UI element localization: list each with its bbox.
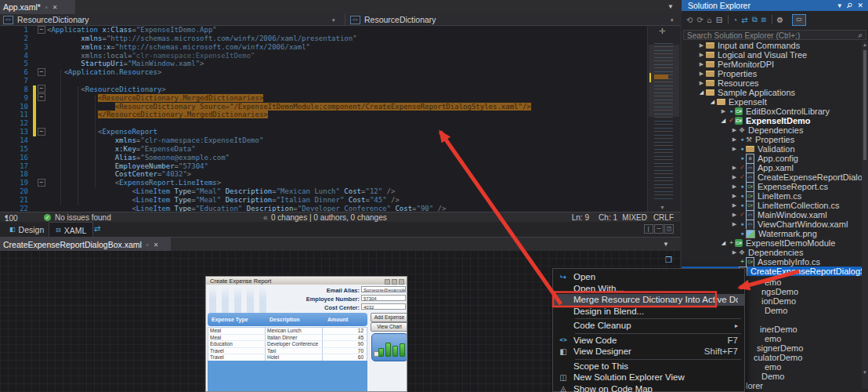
- collapse-all-icon[interactable]: ⊟: [716, 16, 722, 24]
- tree-item-mainwindow-xaml[interactable]: ▶✓<>MainWindow.xaml: [682, 210, 862, 220]
- tree-item-permonitordpi[interactable]: ▶PerMonitorDPI: [682, 60, 862, 69]
- expense-table-row[interactable]: MealMexican Lunch12: [208, 328, 367, 335]
- expense-table-body[interactable]: MealMexican Lunch12MealItalian Dinner45E…: [208, 327, 367, 362]
- expander-icon[interactable]: ▶: [697, 41, 706, 50]
- add-expense-button[interactable]: Add Expense: [371, 313, 407, 322]
- column-indicator[interactable]: Ch: 1: [599, 213, 617, 222]
- expander-icon[interactable]: ◢: [719, 238, 728, 248]
- tab-create-expense-report-dialog[interactable]: CreateExpenseReportDialogBox.xaml ▫ ✕: [0, 238, 171, 252]
- code-line[interactable]: 3 xmlns:x="http://schemas.microsoft.com/…: [0, 43, 647, 52]
- pin-icon[interactable]: ▫: [45, 4, 48, 11]
- expander-icon[interactable]: ▶: [697, 50, 706, 60]
- table-column-header[interactable]: Description: [266, 317, 324, 322]
- code-line[interactable]: 4 xmlns:local="clr-namespace:ExpenseItDe…: [0, 52, 647, 60]
- window-position-chevron-icon[interactable]: ▾: [837, 2, 841, 9]
- show-all-files-icon[interactable]: ⧈: [761, 15, 766, 24]
- dialog-titlebar[interactable]: Create Expense Report: [206, 277, 407, 285]
- code-line[interactable]: 9− <ResourceDictionary.MergedDictionarie…: [0, 94, 647, 103]
- tree-item-lineitem-cs[interactable]: ▶●C#LineItem.cs: [682, 191, 862, 201]
- expander-icon[interactable]: ▶: [730, 210, 739, 220]
- tree-item-app-config[interactable]: ●⚙App.config: [682, 154, 862, 163]
- expander-icon[interactable]: ▶: [697, 69, 706, 78]
- collapse-region-icon[interactable]: −: [38, 68, 45, 76]
- code-line[interactable]: 1−<Application x:Class="ExpenseItDemo.Ap…: [0, 26, 647, 34]
- expense-table-header[interactable]: Expense TypeDescriptionAmount: [208, 313, 367, 326]
- menu-item-design-in-blend-[interactable]: Design in Blend...: [553, 306, 744, 318]
- menu-item-view-code[interactable]: <>View CodeF7: [553, 335, 744, 347]
- tree-item-logical-and-visual-tree[interactable]: ▶Logical and Visual Tree: [682, 50, 862, 60]
- tree-item-properties[interactable]: ▶Properties: [682, 69, 862, 78]
- dialog-field-input[interactable]: 57304: [361, 295, 406, 301]
- menu-item-code-cleanup[interactable]: Code Cleanup▸: [553, 320, 744, 332]
- scroll-down-icon[interactable]: ▼: [660, 205, 665, 210]
- code-line[interactable]: 12: [0, 119, 647, 128]
- tree-scrollbar[interactable]: ▲ ▼: [862, 41, 868, 389]
- code-line[interactable]: 16 Alias="Someone@example.com": [0, 154, 647, 162]
- table-column-header[interactable]: Amount: [324, 317, 364, 322]
- tree-item-viewchartwindow-xaml[interactable]: ▶●<>ViewChartWindow.xaml: [682, 220, 862, 229]
- expander-icon[interactable]: ▶: [730, 172, 739, 182]
- collapse-region-icon[interactable]: −: [38, 85, 45, 93]
- code-line[interactable]: 8− <ResourceDictionary>: [0, 85, 647, 94]
- menu-item-view-designer[interactable]: ◧View DesignerShift+F7: [553, 346, 744, 358]
- solution-explorer-header[interactable]: Solution Explorer ▾ ⚲ ✕: [682, 0, 868, 11]
- collapse-region-icon[interactable]: −: [38, 93, 45, 101]
- tree-item-dependencies[interactable]: ▶❖Dependencies: [682, 248, 862, 257]
- eol-indicator[interactable]: CRLF: [653, 213, 674, 222]
- tree-item-expenseitdemomodule[interactable]: ◢+C#ExpenseItDemoModule: [682, 238, 862, 248]
- split-horizontal-icon[interactable]: ─: [654, 224, 664, 234]
- code-line[interactable]: 13− <ExpenseReport: [0, 128, 647, 136]
- issues-status[interactable]: No issues found: [55, 213, 111, 222]
- pin-icon[interactable]: ▫: [146, 241, 149, 249]
- view-chart-button[interactable]: View Chart: [371, 322, 407, 332]
- tree-item-dependencies[interactable]: ▶❖Dependencies: [682, 125, 862, 135]
- close-icon[interactable]: ✕: [154, 241, 159, 249]
- expander-icon[interactable]: ▶: [730, 182, 739, 191]
- expander-icon[interactable]: ▶: [719, 107, 728, 116]
- code-line[interactable]: 5 StartupUri="MainWindow.xaml">: [0, 60, 647, 68]
- expander-icon[interactable]: ▶: [730, 220, 739, 229]
- editor-minimap-scrollbar[interactable]: ✛ ▼: [647, 26, 680, 212]
- expense-table-row[interactable]: EducationDeveloper Conference90: [208, 341, 367, 348]
- expander-icon[interactable]: ▶: [730, 201, 739, 210]
- menu-item-show-on-code-map[interactable]: ◬Show on Code Map: [553, 383, 744, 392]
- code-line[interactable]: 6− <Application.Resources>: [0, 68, 647, 77]
- expander-icon[interactable]: ▶: [730, 125, 739, 135]
- split-vertical-icon[interactable]: ❘: [644, 224, 653, 234]
- tree-item-lineitemcollection-cs[interactable]: ▶●C#LineItemCollection.cs: [682, 201, 862, 210]
- back-icon[interactable]: ⟲: [686, 16, 693, 24]
- expander-icon[interactable]: ▶: [730, 191, 739, 201]
- expense-table-row[interactable]: MealItalian Dinner45: [208, 335, 367, 342]
- designer-thumbnail-icon[interactable]: ❐: [665, 256, 672, 264]
- tree-item-sample-applications[interactable]: ◢Sample Applications: [682, 88, 862, 97]
- properties-icon[interactable]: ⚙: [776, 16, 783, 24]
- tree-item-createexpensereportdialogbox-xaml[interactable]: ▶✓<>CreateExpenseReportDialogBox.xaml: [682, 172, 862, 182]
- collapse-pane-icon[interactable]: ◫: [664, 224, 674, 234]
- menu-item-merge-resource-dictionary-into-active-document[interactable]: Merge Resource Dictionary Into Active Do…: [553, 294, 744, 306]
- chevron-down-icon[interactable]: ▾: [671, 17, 674, 24]
- preview-selected-items-icon[interactable]: ▭: [792, 14, 806, 26]
- document-list-chevron-icon[interactable]: ▼: [667, 3, 674, 10]
- menu-item-scope-to-this[interactable]: Scope to This: [553, 361, 744, 372]
- splitter-grip-icon[interactable]: ✛: [659, 27, 665, 35]
- expense-table-row[interactable]: TravelTaxi70: [208, 348, 367, 355]
- tree-item-assemblyinfo-cs[interactable]: +C#AssemblyInfo.cs: [682, 257, 862, 267]
- code-line[interactable]: 2 xmlns="http://schemas.microsoft.com/wi…: [0, 34, 647, 43]
- dialog-field-input[interactable]: Someone@example.com: [361, 286, 406, 292]
- expander-icon[interactable]: ▶: [697, 78, 706, 88]
- close-icon[interactable]: ✕: [52, 4, 58, 11]
- tree-item-validation[interactable]: ▶●Validation: [682, 144, 862, 154]
- chevron-down-icon[interactable]: ▾: [332, 17, 335, 24]
- pending-changes-icon[interactable]: ◔: [732, 16, 737, 24]
- collapse-region-icon[interactable]: −: [38, 128, 45, 136]
- scroll-up-icon[interactable]: ▲: [863, 42, 867, 47]
- tree-item-resources[interactable]: ▶Resources: [682, 78, 862, 88]
- scrollbar-thumb[interactable]: [863, 50, 866, 160]
- pin-icon[interactable]: ⚲: [845, 1, 855, 10]
- create-expense-report-dialog-preview[interactable]: Create Expense Report Email Alias:Someon…: [205, 276, 407, 392]
- menu-item-open-with-[interactable]: Open With...: [553, 283, 744, 295]
- changes-status[interactable]: 0 changes | 0 authors, 0 changes: [271, 213, 387, 222]
- code-line[interactable]: 17 EmployeeNumber="57304": [0, 162, 647, 171]
- code-line[interactable]: 10 <ResourceDictionary Source="/ExpenseI…: [0, 103, 647, 111]
- expander-icon[interactable]: ◢: [719, 116, 728, 125]
